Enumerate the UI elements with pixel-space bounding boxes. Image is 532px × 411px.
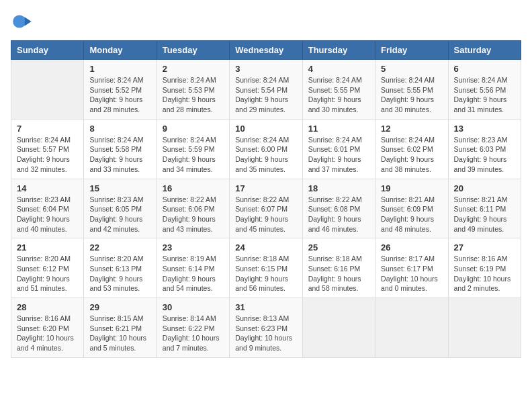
day-number: 7 [17, 124, 78, 134]
day-info: Sunrise: 8:13 AMSunset: 6:23 PMDaylight:… [235, 314, 296, 353]
day-info: Sunrise: 8:18 AMSunset: 6:15 PMDaylight:… [235, 254, 296, 293]
day-info: Sunrise: 8:19 AMSunset: 6:14 PMDaylight:… [163, 254, 224, 293]
calendar-week-row: 1Sunrise: 8:24 AMSunset: 5:52 PMDaylight… [11, 60, 521, 120]
day-number: 13 [454, 124, 515, 134]
calendar-cell: 16Sunrise: 8:22 AMSunset: 6:06 PMDayligh… [157, 179, 229, 238]
calendar-cell: 24Sunrise: 8:18 AMSunset: 6:15 PMDayligh… [230, 238, 302, 298]
calendar-cell: 26Sunrise: 8:17 AMSunset: 6:17 PMDayligh… [375, 238, 448, 298]
day-number: 19 [381, 183, 442, 193]
calendar-cell: 20Sunrise: 8:21 AMSunset: 6:11 PMDayligh… [448, 179, 521, 238]
calendar-week-row: 14Sunrise: 8:23 AMSunset: 6:04 PMDayligh… [11, 179, 521, 238]
header-wednesday: Wednesday [230, 41, 302, 60]
header-tuesday: Tuesday [157, 41, 229, 60]
calendar-cell: 10Sunrise: 8:24 AMSunset: 6:00 PMDayligh… [230, 119, 302, 179]
day-info: Sunrise: 8:24 AMSunset: 5:57 PMDaylight:… [17, 135, 78, 175]
day-info: Sunrise: 8:22 AMSunset: 6:08 PMDaylight:… [308, 195, 369, 234]
day-info: Sunrise: 8:22 AMSunset: 6:06 PMDaylight:… [163, 195, 224, 234]
calendar-header-row: SundayMondayTuesdayWednesdayThursdayFrid… [11, 41, 521, 60]
calendar-week-row: 7Sunrise: 8:24 AMSunset: 5:57 PMDaylight… [11, 119, 521, 179]
calendar-cell: 7Sunrise: 8:24 AMSunset: 5:57 PMDaylight… [11, 119, 84, 179]
day-info: Sunrise: 8:24 AMSunset: 5:56 PMDaylight:… [454, 75, 515, 115]
calendar-cell [11, 60, 84, 120]
calendar-table: SundayMondayTuesdayWednesdayThursdayFrid… [11, 40, 521, 358]
day-number: 6 [454, 64, 515, 74]
day-number: 1 [89, 64, 150, 74]
calendar-cell: 3Sunrise: 8:24 AMSunset: 5:54 PMDaylight… [230, 60, 302, 120]
calendar-week-row: 21Sunrise: 8:20 AMSunset: 6:12 PMDayligh… [11, 238, 521, 298]
day-number: 11 [308, 124, 369, 134]
calendar-cell: 25Sunrise: 8:18 AMSunset: 6:16 PMDayligh… [302, 238, 375, 298]
header [11, 11, 521, 32]
day-number: 16 [163, 183, 224, 193]
calendar-cell [448, 298, 521, 358]
day-info: Sunrise: 8:23 AMSunset: 6:05 PMDaylight:… [89, 195, 150, 234]
day-number: 26 [381, 242, 442, 253]
day-info: Sunrise: 8:20 AMSunset: 6:12 PMDaylight:… [17, 254, 78, 293]
day-info: Sunrise: 8:24 AMSunset: 5:54 PMDaylight:… [235, 75, 296, 115]
header-friday: Friday [375, 41, 448, 60]
calendar-week-row: 28Sunrise: 8:16 AMSunset: 6:20 PMDayligh… [11, 298, 521, 358]
day-info: Sunrise: 8:24 AMSunset: 5:55 PMDaylight:… [381, 75, 442, 115]
calendar-cell: 27Sunrise: 8:16 AMSunset: 6:19 PMDayligh… [448, 238, 521, 298]
calendar-cell [302, 298, 375, 358]
header-saturday: Saturday [448, 41, 521, 60]
day-number: 12 [381, 124, 442, 134]
logo-icon [11, 11, 32, 32]
calendar-cell: 22Sunrise: 8:20 AMSunset: 6:13 PMDayligh… [84, 238, 157, 298]
calendar-cell: 8Sunrise: 8:24 AMSunset: 5:58 PMDaylight… [84, 119, 157, 179]
day-number: 2 [163, 64, 224, 74]
day-number: 27 [454, 242, 515, 253]
day-number: 10 [235, 124, 296, 134]
day-number: 4 [308, 64, 369, 74]
day-number: 29 [89, 302, 150, 312]
calendar-cell: 17Sunrise: 8:22 AMSunset: 6:07 PMDayligh… [230, 179, 302, 238]
logo [11, 11, 35, 32]
calendar-cell: 28Sunrise: 8:16 AMSunset: 6:20 PMDayligh… [11, 298, 84, 358]
calendar-cell: 13Sunrise: 8:23 AMSunset: 6:03 PMDayligh… [448, 119, 521, 179]
day-info: Sunrise: 8:15 AMSunset: 6:21 PMDaylight:… [89, 314, 150, 353]
day-info: Sunrise: 8:23 AMSunset: 6:04 PMDaylight:… [17, 195, 78, 234]
day-number: 31 [235, 302, 296, 312]
day-number: 25 [308, 242, 369, 253]
calendar-cell: 23Sunrise: 8:19 AMSunset: 6:14 PMDayligh… [157, 238, 229, 298]
day-info: Sunrise: 8:24 AMSunset: 6:01 PMDaylight:… [308, 135, 369, 175]
calendar-cell: 2Sunrise: 8:24 AMSunset: 5:53 PMDaylight… [157, 60, 229, 120]
calendar-cell: 29Sunrise: 8:15 AMSunset: 6:21 PMDayligh… [84, 298, 157, 358]
header-monday: Monday [84, 41, 157, 60]
calendar-cell: 1Sunrise: 8:24 AMSunset: 5:52 PMDaylight… [84, 60, 157, 120]
calendar-cell: 9Sunrise: 8:24 AMSunset: 5:59 PMDaylight… [157, 119, 229, 179]
day-info: Sunrise: 8:23 AMSunset: 6:03 PMDaylight:… [454, 135, 515, 175]
day-number: 22 [89, 242, 150, 253]
day-info: Sunrise: 8:20 AMSunset: 6:13 PMDaylight:… [89, 254, 150, 293]
day-number: 8 [89, 124, 150, 134]
day-number: 30 [163, 302, 224, 312]
calendar-cell: 31Sunrise: 8:13 AMSunset: 6:23 PMDayligh… [230, 298, 302, 358]
day-number: 3 [235, 64, 296, 74]
day-info: Sunrise: 8:24 AMSunset: 5:53 PMDaylight:… [163, 75, 224, 115]
day-number: 9 [163, 124, 224, 134]
day-info: Sunrise: 8:16 AMSunset: 6:20 PMDaylight:… [17, 314, 78, 353]
day-number: 28 [17, 302, 78, 312]
header-thursday: Thursday [302, 41, 375, 60]
calendar-cell: 12Sunrise: 8:24 AMSunset: 6:02 PMDayligh… [375, 119, 448, 179]
day-info: Sunrise: 8:21 AMSunset: 6:09 PMDaylight:… [381, 195, 442, 234]
day-info: Sunrise: 8:22 AMSunset: 6:07 PMDaylight:… [235, 195, 296, 234]
day-number: 23 [163, 242, 224, 253]
header-sunday: Sunday [11, 41, 84, 60]
day-number: 18 [308, 183, 369, 193]
calendar-cell [375, 298, 448, 358]
day-info: Sunrise: 8:21 AMSunset: 6:11 PMDaylight:… [454, 195, 515, 234]
day-info: Sunrise: 8:17 AMSunset: 6:17 PMDaylight:… [381, 254, 442, 293]
day-info: Sunrise: 8:16 AMSunset: 6:19 PMDaylight:… [454, 254, 515, 293]
calendar-cell: 19Sunrise: 8:21 AMSunset: 6:09 PMDayligh… [375, 179, 448, 238]
calendar-cell: 18Sunrise: 8:22 AMSunset: 6:08 PMDayligh… [302, 179, 375, 238]
day-number: 21 [17, 242, 78, 253]
calendar-cell: 11Sunrise: 8:24 AMSunset: 6:01 PMDayligh… [302, 119, 375, 179]
day-info: Sunrise: 8:24 AMSunset: 5:52 PMDaylight:… [89, 75, 150, 115]
day-info: Sunrise: 8:24 AMSunset: 5:58 PMDaylight:… [89, 135, 150, 175]
day-number: 17 [235, 183, 296, 193]
day-info: Sunrise: 8:24 AMSunset: 5:59 PMDaylight:… [163, 135, 224, 175]
day-number: 15 [89, 183, 150, 193]
day-info: Sunrise: 8:24 AMSunset: 5:55 PMDaylight:… [308, 75, 369, 115]
calendar-cell: 21Sunrise: 8:20 AMSunset: 6:12 PMDayligh… [11, 238, 84, 298]
